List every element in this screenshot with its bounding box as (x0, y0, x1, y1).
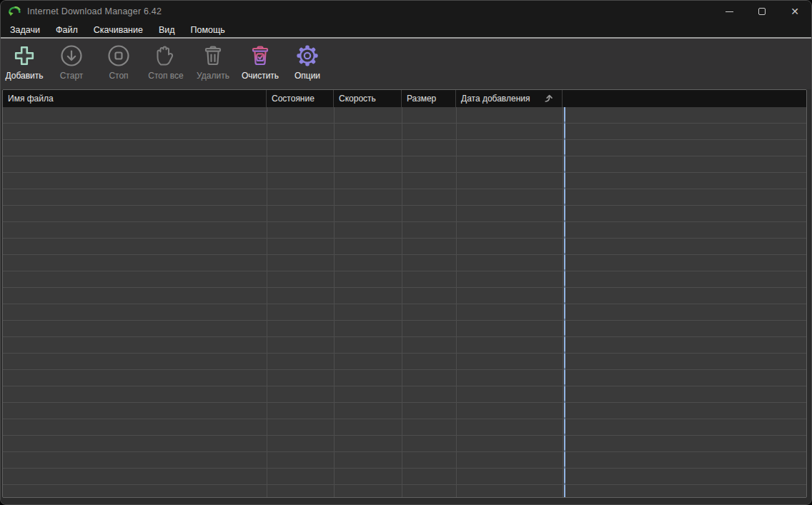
column-header-date-added[interactable]: Дата добавления (456, 90, 563, 107)
idm-window: Internet Download Manager 6.42 ✕ Задачи … (0, 0, 812, 505)
column-header-filename[interactable]: Имя файла (3, 90, 267, 107)
column-divider (456, 107, 457, 497)
toolbar-label: Старт (60, 71, 84, 81)
column-divider (334, 107, 335, 497)
window-controls: ✕ (713, 1, 811, 22)
column-header-speed[interactable]: Скорость (334, 90, 402, 107)
main-area: Имя файла Состояние Скорость Размер Дата… (1, 89, 811, 504)
toolbar-label: Стоп (109, 71, 128, 81)
toolbar: Добавить Старт Стоп (1, 39, 811, 89)
add-button[interactable]: Добавить (1, 39, 48, 81)
menu-help[interactable]: Помощь (183, 24, 233, 36)
column-label: Скорость (339, 94, 376, 104)
column-header-size[interactable]: Размер (402, 90, 456, 107)
start-download-icon (59, 43, 84, 69)
stop-button[interactable]: Стоп (95, 39, 142, 81)
stop-all-hand-icon (153, 43, 179, 69)
menu-file[interactable]: Файл (48, 24, 86, 36)
toolbar-label: Добавить (5, 71, 43, 81)
toolbar-label: Очистить (242, 71, 279, 81)
download-list-panel: Имя файла Состояние Скорость Размер Дата… (2, 89, 807, 498)
column-label: Размер (407, 94, 436, 104)
menu-bar: Задачи Файл Скачивание Вид Помощь (1, 22, 811, 37)
idm-logo-icon (8, 6, 21, 17)
close-icon: ✕ (791, 6, 799, 16)
column-marker-line (564, 107, 565, 497)
window-title: Internet Download Manager 6.42 (27, 6, 162, 16)
minimize-icon (726, 11, 733, 12)
stop-all-button[interactable]: Стоп все (142, 39, 189, 81)
column-header-filler (563, 90, 806, 107)
clear-trash-check-icon (247, 43, 273, 69)
stop-icon (106, 43, 132, 69)
delete-trash-icon (200, 43, 226, 69)
delete-button[interactable]: Удалить (189, 39, 237, 81)
column-divider (563, 107, 563, 497)
column-divider (267, 107, 267, 497)
toolbar-label: Стоп все (148, 71, 183, 81)
minimize-button[interactable] (713, 1, 746, 22)
column-header-status[interactable]: Состояние (267, 90, 334, 107)
sort-ascending-icon (544, 94, 553, 103)
title-bar: Internet Download Manager 6.42 ✕ (1, 1, 811, 22)
column-divider (402, 107, 402, 497)
table-header: Имя файла Состояние Скорость Размер Дата… (3, 90, 806, 107)
menu-tasks[interactable]: Задачи (2, 24, 48, 36)
menu-view[interactable]: Вид (151, 24, 183, 36)
toolbar-label: Опции (294, 71, 320, 81)
maximize-button[interactable] (746, 1, 778, 22)
clear-button[interactable]: Очистить (237, 39, 284, 81)
add-plus-icon (11, 43, 37, 69)
download-list-body[interactable] (3, 107, 806, 497)
menu-downloads[interactable]: Скачивание (86, 24, 151, 36)
maximize-icon (758, 8, 766, 15)
close-button[interactable]: ✕ (778, 1, 811, 22)
options-button[interactable]: Опции (284, 39, 331, 81)
options-gear-icon (294, 43, 320, 69)
column-label: Состояние (272, 94, 315, 104)
toolbar-label: Удалить (197, 71, 229, 81)
column-label: Дата добавления (461, 94, 530, 104)
column-label: Имя файла (8, 94, 54, 104)
start-button[interactable]: Старт (48, 39, 95, 81)
